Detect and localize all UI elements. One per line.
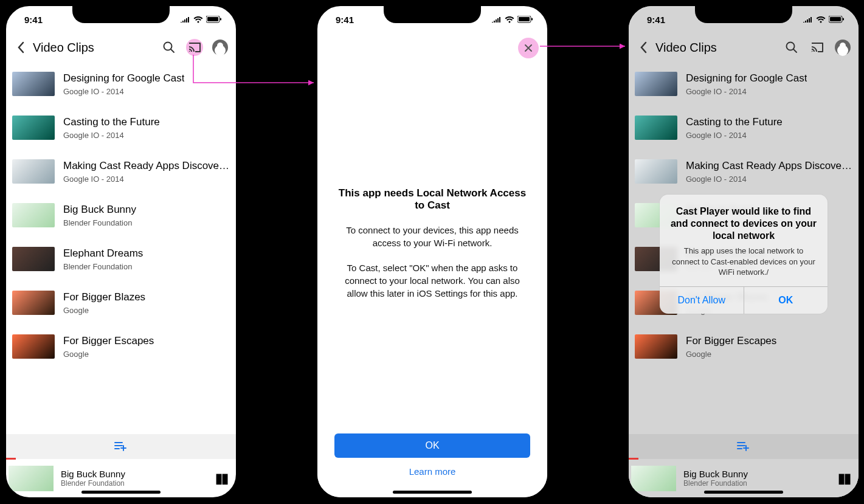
video-thumbnail bbox=[12, 247, 55, 271]
video-thumbnail bbox=[635, 72, 677, 96]
modal-paragraph-2: To Cast, select "OK" when the app asks t… bbox=[334, 261, 530, 300]
video-thumbnail bbox=[635, 116, 677, 140]
app-header: Video Clips bbox=[6, 33, 236, 62]
dont-allow-button[interactable]: Don't Allow bbox=[660, 287, 744, 314]
battery-icon bbox=[517, 15, 533, 25]
signal-icon bbox=[803, 15, 813, 25]
miniplayer-title: Big Buck Bunny bbox=[683, 469, 831, 479]
list-item: Casting to the FutureGoogle IO - 2014 bbox=[629, 106, 859, 150]
close-icon bbox=[524, 44, 533, 52]
device-notch bbox=[695, 5, 792, 23]
video-list[interactable]: Designing for Google CastGoogle IO - 201… bbox=[6, 62, 236, 434]
modal-title: This app needs Local Network Access to C… bbox=[334, 187, 530, 212]
learn-more-link[interactable]: Learn more bbox=[409, 466, 456, 477]
svg-rect-1 bbox=[207, 17, 218, 21]
account-icon bbox=[835, 40, 851, 55]
pause-button: ▮▮ bbox=[838, 471, 850, 486]
list-item[interactable]: For Bigger EscapesGoogle bbox=[6, 325, 236, 368]
svg-rect-2 bbox=[220, 18, 221, 20]
video-title: For Bigger Escapes bbox=[63, 335, 154, 347]
chevron-left-icon bbox=[17, 41, 24, 54]
wifi-icon bbox=[505, 15, 514, 25]
account-button[interactable] bbox=[212, 39, 229, 56]
page-title: Video Clips bbox=[655, 41, 778, 55]
video-title: Designing for Google Cast bbox=[686, 72, 807, 85]
allow-ok-button[interactable]: OK bbox=[744, 287, 828, 314]
search-button[interactable] bbox=[161, 39, 178, 56]
status-time: 9:41 bbox=[24, 15, 43, 25]
svg-rect-5 bbox=[519, 17, 530, 21]
video-title: Casting to the Future bbox=[63, 116, 160, 128]
list-item[interactable]: Elephant DreamsBlender Foundation bbox=[6, 237, 236, 281]
cast-icon bbox=[188, 42, 201, 53]
video-subtitle: Blender Foundation bbox=[63, 218, 136, 227]
ok-button[interactable]: OK bbox=[334, 433, 530, 458]
cast-button[interactable] bbox=[809, 39, 826, 56]
list-item: For Bigger EscapesGoogle bbox=[629, 325, 859, 368]
video-thumbnail bbox=[12, 203, 55, 227]
playlist-add-icon bbox=[737, 441, 750, 451]
allow-label: OK bbox=[778, 295, 793, 306]
video-subtitle: Blender Foundation bbox=[63, 262, 143, 271]
miniplayer-subtitle: Blender Foundation bbox=[61, 479, 208, 488]
list-item[interactable]: For Bigger BlazesGoogle bbox=[6, 281, 236, 325]
cast-button[interactable] bbox=[186, 39, 203, 56]
video-title: For Bigger Escapes bbox=[686, 335, 776, 347]
video-title: Making Cast Ready Apps Discover... bbox=[686, 160, 852, 172]
local-network-access-modal: This app needs Local Network Access to C… bbox=[317, 33, 547, 497]
back-button[interactable] bbox=[636, 40, 651, 55]
status-time: 9:41 bbox=[647, 15, 665, 25]
device-notch bbox=[72, 5, 170, 23]
video-title: Designing for Google Cast bbox=[63, 72, 184, 85]
search-button[interactable] bbox=[783, 39, 800, 56]
video-subtitle: Google bbox=[686, 350, 776, 359]
video-subtitle: Google IO - 2014 bbox=[63, 174, 230, 184]
signal-icon bbox=[180, 15, 190, 25]
page-title: Video Clips bbox=[33, 41, 156, 55]
home-indicator[interactable] bbox=[393, 491, 472, 494]
alert-message: This app uses the local network to conne… bbox=[669, 246, 818, 278]
video-subtitle: Google bbox=[63, 306, 145, 315]
search-icon bbox=[785, 41, 798, 54]
video-title: Casting to the Future bbox=[686, 116, 783, 128]
video-thumbnail bbox=[635, 159, 677, 184]
home-indicator[interactable] bbox=[704, 491, 783, 494]
home-indicator[interactable] bbox=[81, 491, 161, 494]
status-time: 9:41 bbox=[336, 15, 354, 25]
add-to-queue-button[interactable] bbox=[6, 434, 236, 458]
miniplayer-title: Big Buck Bunny bbox=[61, 469, 208, 479]
video-title: Elephant Dreams bbox=[63, 247, 143, 260]
list-item: Designing for Google CastGoogle IO - 201… bbox=[629, 62, 859, 106]
video-thumbnail bbox=[12, 291, 55, 315]
list-item: Making Cast Ready Apps Discover...Google… bbox=[629, 150, 859, 193]
battery-icon bbox=[206, 15, 221, 25]
list-item[interactable]: Casting to the FutureGoogle IO - 2014 bbox=[6, 106, 236, 150]
video-thumbnail bbox=[12, 72, 55, 96]
account-icon bbox=[212, 40, 228, 55]
close-button[interactable] bbox=[518, 38, 539, 58]
cast-icon bbox=[810, 42, 824, 53]
video-subtitle: Google bbox=[63, 350, 154, 359]
list-item[interactable]: Big Buck BunnyBlender Foundation bbox=[6, 193, 236, 237]
video-title: For Bigger Blazes bbox=[63, 291, 145, 303]
svg-rect-6 bbox=[531, 18, 533, 20]
svg-rect-8 bbox=[830, 17, 841, 21]
back-button[interactable] bbox=[13, 40, 28, 55]
chevron-left-icon bbox=[640, 41, 647, 54]
video-thumbnail bbox=[12, 159, 55, 184]
wifi-icon bbox=[816, 15, 826, 25]
video-title: Big Buck Bunny bbox=[63, 204, 136, 216]
alert-title: Cast Player would like to find and conne… bbox=[669, 205, 818, 242]
video-subtitle: Google IO - 2014 bbox=[686, 131, 783, 140]
video-subtitle: Google IO - 2014 bbox=[63, 131, 160, 140]
phone-2-access-modal: 9:41 This app needs Local Network Access… bbox=[314, 2, 551, 501]
account-button[interactable] bbox=[834, 39, 851, 56]
signal-icon bbox=[491, 15, 502, 25]
list-item[interactable]: Making Cast Ready Apps Discover...Google… bbox=[6, 150, 236, 193]
video-thumbnail bbox=[12, 116, 55, 140]
phone-1-video-list: 9:41 Video Clips Designing for Google Ca… bbox=[2, 2, 240, 501]
list-item[interactable]: Designing for Google CastGoogle IO - 201… bbox=[6, 62, 236, 106]
pause-button[interactable]: ▮▮ bbox=[215, 471, 227, 486]
video-thumbnail bbox=[635, 334, 677, 359]
wifi-icon bbox=[193, 15, 203, 25]
